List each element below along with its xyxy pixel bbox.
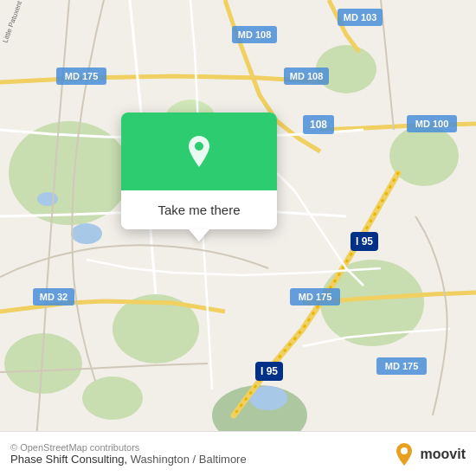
place-name: Phase Shift Consulting, Washington / Bal… (10, 453, 247, 466)
moovit-pin-icon (391, 441, 417, 467)
road-network: MD 103 MD 108 MD 108 108 MD 100 MD 175 I… (0, 0, 476, 476)
svg-point-35 (195, 142, 203, 151)
svg-text:MD 175: MD 175 (385, 361, 419, 371)
popup-card: Take me there (121, 113, 277, 229)
svg-point-7 (82, 376, 143, 420)
location-pin-icon (180, 132, 218, 170)
svg-text:I 95: I 95 (261, 365, 278, 377)
svg-point-36 (401, 447, 408, 454)
svg-text:MD 108: MD 108 (238, 29, 272, 40)
location-label: Washington / Baltimore (131, 453, 247, 466)
svg-point-3 (389, 125, 459, 186)
svg-text:MD 108: MD 108 (290, 71, 324, 81)
popup-header (121, 113, 277, 190)
svg-text:MD 103: MD 103 (344, 12, 377, 23)
svg-point-9 (71, 223, 102, 244)
take-me-there-button[interactable]: Take me there (121, 190, 277, 229)
svg-text:I 95: I 95 (356, 235, 373, 248)
popup-button-label: Take me there (158, 203, 240, 217)
bottom-bar: © OpenStreetMap contributors Phase Shift… (0, 431, 476, 476)
svg-text:Little Patuxent R: Little Patuxent R (1, 0, 26, 44)
map-container: MD 103 MD 108 MD 108 108 MD 100 MD 175 I… (0, 0, 476, 476)
svg-point-10 (37, 192, 58, 206)
moovit-logo: moovit (391, 441, 466, 467)
svg-text:MD 175: MD 175 (65, 71, 99, 81)
svg-text:MD 175: MD 175 (299, 292, 332, 302)
svg-text:MD 100: MD 100 (415, 119, 449, 129)
place-name-label: Phase Shift Consulting (10, 453, 125, 466)
moovit-text: moovit (421, 447, 466, 462)
attribution-text: © OpenStreetMap contributors (10, 442, 247, 453)
svg-text:MD 32: MD 32 (40, 292, 68, 302)
svg-text:108: 108 (310, 119, 327, 131)
